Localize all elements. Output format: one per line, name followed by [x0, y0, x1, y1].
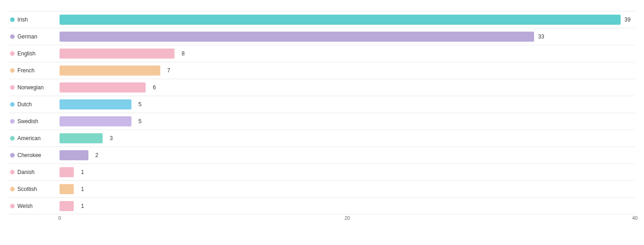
bar-value: 1	[81, 186, 84, 192]
table-row: Dutch5	[9, 96, 635, 113]
table-row: Danish1	[9, 163, 635, 180]
bar-label-area: Norwegian	[9, 84, 60, 91]
table-row: Welsh1	[9, 197, 635, 214]
bar-dot-icon	[10, 102, 15, 107]
bar-dot-icon	[10, 153, 15, 158]
bar-dot-icon	[10, 170, 15, 174]
x-axis-label: 20	[344, 215, 350, 221]
bars-area: 5	[60, 113, 635, 130]
table-row: American3	[9, 130, 635, 147]
bar-label: American	[17, 135, 41, 142]
bar: 39	[60, 15, 621, 25]
bar-value: 5	[138, 118, 142, 125]
bar: 8	[60, 49, 175, 59]
bar-label-area: English	[9, 50, 60, 57]
bar-label-area: German	[9, 33, 60, 40]
table-row: Irish39	[9, 11, 635, 28]
bars-area: 5	[60, 96, 635, 113]
bar-label: Welsh	[17, 203, 33, 209]
bar-label-area: French	[9, 67, 60, 74]
bar-label-area: Swedish	[9, 118, 60, 125]
table-row: Cherokee2	[9, 147, 635, 163]
bar-label: Danish	[17, 169, 34, 175]
bar: 6	[60, 82, 146, 93]
bars-area: 1	[60, 181, 635, 197]
bar-value: 5	[138, 101, 142, 108]
bar-label: German	[17, 33, 37, 40]
bar-label-area: Welsh	[9, 203, 60, 209]
bar: 33	[60, 32, 534, 42]
bar: 1	[60, 167, 74, 177]
bar-dot-icon	[10, 204, 15, 208]
bar-value: 8	[182, 50, 185, 57]
bars-area: 39	[60, 11, 635, 28]
bar-label: Scottish	[17, 186, 37, 192]
table-row: German33	[9, 28, 635, 45]
chart-container: Irish39German33English8French7Norwegian6…	[0, 0, 644, 245]
bar-label: French	[17, 67, 34, 74]
bar: 1	[60, 184, 74, 194]
x-axis: 02040	[60, 215, 635, 223]
bar-label-area: Irish	[9, 16, 60, 23]
bar-label-area: Scottish	[9, 186, 60, 192]
bar-dot-icon	[10, 119, 15, 124]
bars-area: 3	[60, 130, 635, 147]
bar-label: Dutch	[17, 101, 32, 108]
bar-dot-icon	[10, 68, 15, 73]
bar-dot-icon	[10, 17, 15, 22]
bar: 5	[60, 99, 131, 109]
bar-dot-icon	[10, 51, 15, 56]
bar-dot-icon	[10, 187, 15, 191]
bars-area: 1	[60, 198, 635, 214]
bars-area: 33	[60, 28, 635, 45]
bar-value: 7	[167, 67, 170, 74]
bar: 5	[60, 116, 131, 126]
bar: 1	[60, 201, 74, 211]
bars-area: 6	[60, 79, 635, 96]
table-row: French7	[9, 62, 635, 79]
x-axis-label: 0	[58, 215, 61, 221]
table-row: Norwegian6	[9, 79, 635, 96]
bar: 2	[60, 150, 88, 160]
bars-area: 8	[60, 45, 635, 62]
bar-value: 3	[110, 135, 113, 142]
table-row: English8	[9, 45, 635, 62]
bar: 3	[60, 133, 103, 143]
bar-label-area: American	[9, 135, 60, 142]
bar-label: English	[17, 50, 35, 57]
bar-value: 39	[624, 16, 630, 23]
bar: 7	[60, 65, 160, 76]
table-row: Scottish1	[9, 180, 635, 197]
bars-area: 1	[60, 164, 635, 180]
bar-dot-icon	[10, 34, 15, 39]
bars-area: 7	[60, 62, 635, 79]
bar-label: Irish	[17, 16, 28, 23]
bar-value: 2	[95, 152, 98, 158]
bar-label-area: Dutch	[9, 101, 60, 108]
bar-label: Swedish	[17, 118, 38, 125]
bar-value: 1	[81, 203, 84, 209]
bar-label: Norwegian	[17, 84, 44, 91]
bar-label-area: Danish	[9, 169, 60, 175]
bars-area: 2	[60, 147, 635, 163]
bar-value: 6	[153, 84, 156, 91]
bar-value: 1	[81, 169, 84, 175]
bar-label-area: Cherokee	[9, 152, 60, 158]
bar-value: 33	[538, 33, 544, 40]
x-axis-label: 40	[632, 215, 638, 221]
chart-area: Irish39German33English8French7Norwegian6…	[9, 11, 635, 214]
bar-dot-icon	[10, 136, 15, 141]
bar-dot-icon	[10, 85, 15, 90]
bar-label: Cherokee	[17, 152, 41, 158]
table-row: Swedish5	[9, 113, 635, 130]
